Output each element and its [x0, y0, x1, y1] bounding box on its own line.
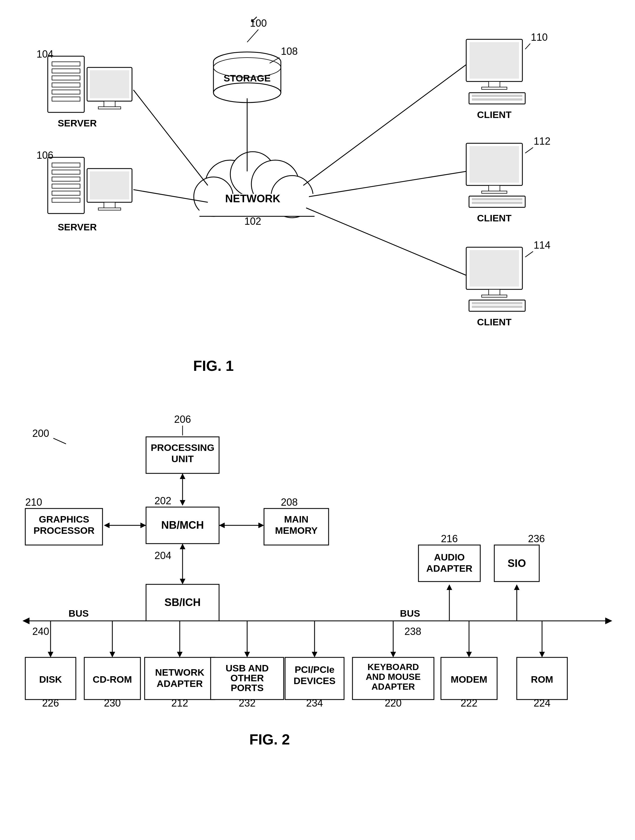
fig1-svg: 100 ↙ STORAGE 108	[17, 11, 618, 404]
ref-114: 114	[534, 239, 550, 251]
keyboard-adapter-label2: AND MOUSE	[366, 672, 421, 682]
usb-ports-label2: OTHER	[230, 673, 264, 683]
ref-200: 200	[32, 428, 49, 439]
ref-216: 216	[441, 533, 458, 545]
usb-ports-label: USB AND	[225, 663, 269, 673]
audio-adapter-label2: ADAPTER	[426, 563, 473, 574]
ref-204: 204	[154, 550, 171, 561]
ref-230: 230	[104, 697, 121, 709]
keyboard-adapter-label: KEYBOARD	[367, 662, 419, 672]
svg-rect-58	[472, 302, 522, 304]
svg-marker-116	[466, 652, 472, 657]
svg-rect-47	[488, 185, 500, 191]
svg-marker-76	[140, 523, 146, 528]
network-cloud: NETWORK 102	[194, 152, 315, 227]
fig1-diagram: 100 ↙ STORAGE 108	[17, 11, 618, 404]
storage-label: STORAGE	[224, 73, 271, 84]
fig1-label: FIG. 1	[193, 358, 234, 374]
server-104: SERVER 104	[36, 48, 132, 128]
svg-rect-59	[472, 306, 522, 308]
svg-rect-23	[90, 70, 129, 98]
main-memory-label2: MEMORY	[275, 525, 318, 536]
svg-rect-42	[472, 95, 522, 97]
svg-line-64	[303, 65, 466, 185]
svg-marker-79	[258, 523, 264, 528]
svg-rect-38	[470, 42, 519, 79]
page: 100 ↙ STORAGE 108	[0, 0, 635, 840]
modem-label: MODEM	[451, 674, 487, 685]
svg-marker-95	[514, 584, 520, 590]
svg-rect-40	[482, 87, 507, 89]
ref-106: 106	[36, 150, 54, 161]
svg-rect-46	[470, 146, 519, 183]
server-104-label: SERVER	[58, 118, 97, 128]
pci-devices-label: PCI/PCIe	[295, 664, 334, 675]
svg-rect-54	[470, 250, 519, 287]
svg-line-66	[306, 208, 466, 275]
sb-ich-label: SB/ICH	[165, 597, 201, 608]
svg-line-0	[247, 30, 258, 42]
ref-212: 212	[171, 697, 188, 709]
graphics-processor-label2: PROCESSOR	[33, 525, 95, 536]
svg-marker-98	[48, 652, 54, 657]
svg-line-61	[133, 90, 208, 185]
ref-238: 238	[405, 626, 421, 637]
client-112-label: CLIENT	[477, 213, 512, 223]
ref-210: 210	[25, 496, 42, 508]
processing-unit-label: PROCESSING	[151, 442, 214, 453]
client-110-label: CLIENT	[477, 109, 512, 120]
svg-rect-51	[472, 202, 522, 204]
svg-marker-92	[447, 584, 452, 590]
svg-line-60	[525, 251, 533, 257]
svg-line-44	[525, 44, 530, 49]
bus-right-label: BUS	[400, 608, 420, 619]
svg-rect-36	[98, 208, 121, 210]
svg-marker-113	[391, 652, 396, 657]
usb-ports-label3: PORTS	[230, 682, 263, 693]
svg-marker-119	[539, 652, 545, 657]
svg-marker-71	[180, 500, 185, 506]
svg-rect-56	[482, 295, 507, 297]
svg-line-67	[54, 438, 66, 444]
svg-rect-26	[48, 157, 84, 213]
svg-marker-83	[180, 579, 185, 584]
keyboard-adapter-label3: ADAPTER	[372, 682, 415, 692]
svg-line-65	[309, 171, 466, 197]
audio-adapter-label: AUDIO	[434, 552, 465, 562]
ref-222: 222	[460, 697, 477, 709]
ref-226: 226	[42, 697, 59, 709]
pci-devices-label2: DEVICES	[293, 675, 335, 686]
ref-206: 206	[174, 414, 191, 425]
svg-marker-101	[110, 652, 115, 657]
ref-202: 202	[154, 495, 171, 507]
client-110: CLIENT 110	[466, 32, 548, 120]
ref-220: 220	[385, 697, 402, 709]
ref-232: 232	[239, 697, 255, 709]
fig2-label: FIG. 2	[249, 731, 290, 748]
fig2-diagram: 200 206 PROCESSING UNIT 202 NB/MCH	[17, 407, 618, 829]
ref-108: 108	[281, 46, 298, 57]
network-adapter-label2: ADAPTER	[157, 678, 203, 689]
svg-rect-43	[472, 98, 522, 101]
svg-rect-39	[488, 82, 500, 87]
svg-rect-25	[98, 107, 121, 109]
svg-rect-35	[104, 202, 115, 208]
svg-marker-75	[104, 523, 110, 528]
svg-marker-107	[244, 652, 250, 657]
client-112: CLIENT 112	[466, 136, 550, 223]
main-memory-label: MAIN	[284, 514, 309, 524]
ref-236: 236	[528, 533, 545, 545]
sio-label: SIO	[507, 557, 526, 569]
svg-marker-80	[219, 523, 225, 528]
cdrom-label: CD-ROM	[93, 674, 132, 685]
ref-208: 208	[281, 496, 298, 508]
bus-left-label: BUS	[69, 608, 89, 619]
svg-rect-34	[90, 171, 129, 199]
svg-marker-72	[180, 474, 185, 479]
fig2-svg: 200 206 PROCESSING UNIT 202 NB/MCH	[17, 407, 618, 829]
ref-112: 112	[534, 136, 550, 147]
network-adapter-label: NETWORK	[155, 667, 205, 677]
svg-rect-48	[482, 191, 507, 193]
svg-marker-84	[180, 544, 185, 549]
ref-240: 240	[32, 626, 49, 637]
